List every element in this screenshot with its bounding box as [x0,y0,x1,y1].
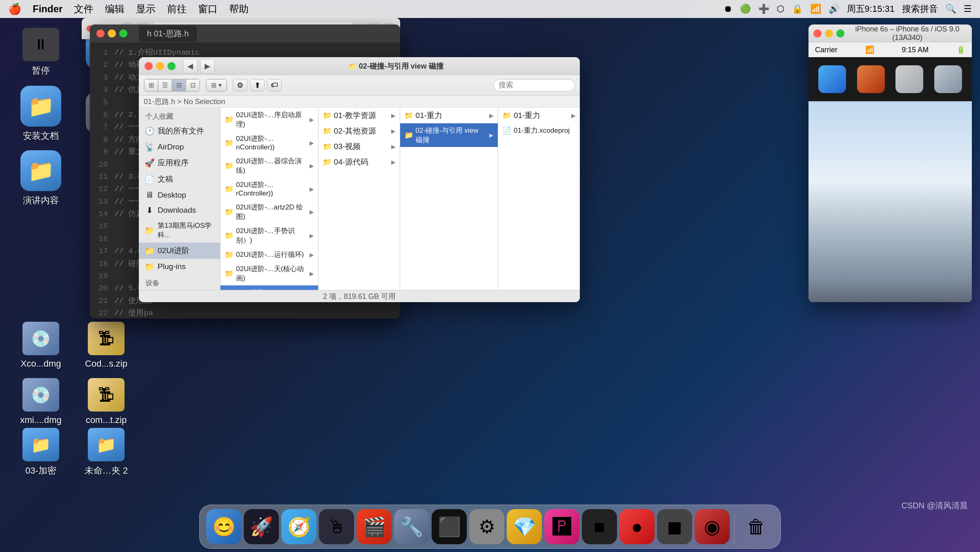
sidebar-item-02ui[interactable]: 📁 02UI进阶 [139,243,220,259]
minimize-button[interactable] [108,29,116,38]
iphone-status-bar: Carrier 📶 9:15 AM 🔋 [808,42,972,57]
iphone-wifi-icon: 📶 [865,45,874,54]
sidebar-item-downloads[interactable]: ⬇ Downloads [139,203,220,218]
dock-app1[interactable]: ■ [582,509,617,544]
finder-back-btn[interactable]: ◀ [183,59,198,73]
dock-app2[interactable]: ● [619,509,655,544]
sidebar-item-period13[interactable]: 📁 第13期黑马iOS学科... [139,218,220,243]
desktop-icon-com-zip[interactable]: 🗜 com...t.zip [74,375,139,429]
desktop-lower-icons: 💿 Xco...dmg 💿 xmi....dmg [8,318,74,429]
apple-logo-icon[interactable]: 🍎 [8,3,21,16]
menu-finder[interactable]: Finder [33,3,62,15]
col2-item-0[interactable]: 📁01-教学资源▶ [318,108,400,123]
dock-app4[interactable]: ◉ [695,509,730,544]
menu-edit[interactable]: 编辑 [105,2,125,16]
dock-media[interactable]: 🎬 [356,509,392,544]
col1-item-0[interactable]: 📁02UI进阶-…序启动原理)▶ [220,108,318,131]
finder-titlebar: ◀ ▶ 📁 02-碰撞-与引用 view 磁撞 [139,57,580,75]
col2-item-1[interactable]: 📁02-其他资源▶ [318,123,400,139]
sidebar-item-documents[interactable]: 📄 文稿 [139,171,220,187]
col1-item-6[interactable]: 📁02UI进阶-…运行循环)▶ [220,247,318,262]
finder-arrange-btn[interactable]: ⊞ ▾ [206,79,227,91]
finder-bookmark-btn[interactable]: 🏷 [267,79,282,91]
finder-view-column-btn[interactable]: ⊟ [172,79,186,91]
finder-action-btn[interactable]: ⚙ [233,79,247,91]
col1-item-8-selected[interactable]: 📁02UI进阶-…(UIDynamic)▶ [220,285,318,290]
iphone-app-2[interactable] [892,65,927,93]
control-center-icon[interactable]: ☰ [964,4,972,14]
sidebar-item-desktop[interactable]: 🖥 Desktop [139,187,220,203]
spotlight-icon[interactable]: 🔍 [945,4,956,14]
search-pinyin[interactable]: 搜索拼音 [902,3,938,15]
col1-item-5[interactable]: 📁02UI进阶-…手势识别）)▶ [220,224,318,247]
dock-pp[interactable]: 🅿 [544,509,579,544]
sidebar-item-all-files[interactable]: 🕐 我的所有文件 [139,123,220,139]
iphone-sim-close-btn[interactable] [813,29,822,38]
finder-fwd-btn[interactable]: ▶ [200,59,215,73]
pause-button[interactable]: ⏸ 暂停 [8,24,74,80]
dock-trash[interactable]: 🗑 [739,509,774,544]
finder-view-icon-btn[interactable]: ⊞ [144,79,158,91]
desktop-icon-lecture[interactable]: 📁 演讲内容 [8,147,74,210]
dock-sketch[interactable]: 💎 [507,509,542,544]
col2-item-3[interactable]: 📁04-源代码▶ [318,154,400,170]
desktop-icon-unnamed-folder[interactable]: 📁 未命…夹 2 [74,425,139,480]
desktop-icon-03encrypt[interactable]: 📁 03-加密 [8,425,74,480]
col1-item-7[interactable]: 📁02UI进阶-…天(核心动画)▶ [220,262,318,285]
iphone-app-icon-1 [857,65,885,93]
csdn-watermark: CSDN @清风清晨 [901,500,968,511]
col4-item-0[interactable]: 📁01-重力▶ [498,108,580,123]
desktop-icon-xmi-dmg[interactable]: 💿 xmi....dmg [8,375,74,429]
finder-view-list-btn[interactable]: ☰ [158,79,172,91]
col2-item-2[interactable]: 📁03-视频▶ [318,139,400,154]
close-button[interactable] [96,29,105,38]
iphone-app-0[interactable] [815,65,850,93]
dock-mouse[interactable]: 🖱 [319,509,354,544]
sidebar-item-applications[interactable]: 🚀 应用程序 [139,155,220,171]
dock-finder[interactable]: 😊 [206,509,241,544]
desktop-icon-cod-zip[interactable]: 🗜 Cod...s.zip [74,318,139,372]
col1-item-2[interactable]: 📁02UI进阶-…器综合演练)▶ [220,154,318,178]
col3-item-0[interactable]: 📁01-重力▶ [400,108,498,123]
dock-launchpad[interactable]: 🚀 [244,509,279,544]
finder-columns: 📁02UI进阶-…序启动原理)▶ 📁02UI进阶-…nController))▶… [220,108,580,290]
dock-app3[interactable]: ◼ [657,509,692,544]
code-tab[interactable]: h 01-思路.h [139,26,197,42]
maximize-button[interactable] [119,29,127,38]
dock-safari[interactable]: 🧭 [281,509,316,544]
finder-breadcrumb: 01-思路.h > No Selection [139,96,580,108]
02ui-icon: 📁 [145,246,154,256]
finder-share-btn[interactable]: ⬆ [250,79,265,91]
col4-item-1[interactable]: 📄01-重力.xcodeproj [498,123,580,138]
finder-close-btn[interactable] [145,62,153,70]
menu-help[interactable]: 帮助 [229,2,249,16]
col1-item-1[interactable]: 📁02UI进阶-…nController))▶ [220,131,318,154]
finder-search-input[interactable] [493,79,575,91]
iphone-app-grid [808,57,972,101]
finder-max-btn[interactable] [167,62,176,70]
menu-go[interactable]: 前往 [167,2,187,16]
finder-min-btn[interactable] [156,62,164,70]
iphone-app-icon-3 [934,65,962,93]
iphone-sim-max-btn[interactable] [836,29,844,38]
desktop-icons-col1: ⏸ 暂停 📁 安装文档 📁 演讲内容 [8,24,74,210]
sidebar-item-plugins[interactable]: 📁 Plug-ins [139,259,220,274]
iphone-app-1[interactable] [854,65,889,93]
dock-terminal[interactable]: ⬛ [432,509,467,544]
menu-view[interactable]: 显示 [136,2,156,16]
menu-window[interactable]: 窗口 [198,2,218,16]
menu-file[interactable]: 文件 [74,2,94,16]
iphone-app-3[interactable] [931,65,966,93]
iphone-sim-min-btn[interactable] [825,29,833,38]
col1-item-4[interactable]: 📁02UI进阶-…artz2D 绘图)▶ [220,200,318,224]
finder-view-cover-btn[interactable]: ⊡ [186,79,200,91]
dock-settings[interactable]: ⚙ [469,509,504,544]
sidebar-item-airdrop[interactable]: 📡 AirDrop [139,139,220,155]
desktop-icon-install[interactable]: 📁 安装文档 [8,82,74,145]
dock-tools[interactable]: 🔧 [394,509,429,544]
finder-folder-icon: 📁 [349,63,357,70]
desktop-icon-xco-dmg[interactable]: 💿 Xco...dmg [8,318,74,372]
col3-item-1-selected[interactable]: 📁02-碰撞-与引用 view 磁撞▶ [400,123,498,147]
col1-item-3[interactable]: 📁02UI进阶-…rController))▶ [220,178,318,200]
downloads-icon: ⬇ [145,205,154,215]
